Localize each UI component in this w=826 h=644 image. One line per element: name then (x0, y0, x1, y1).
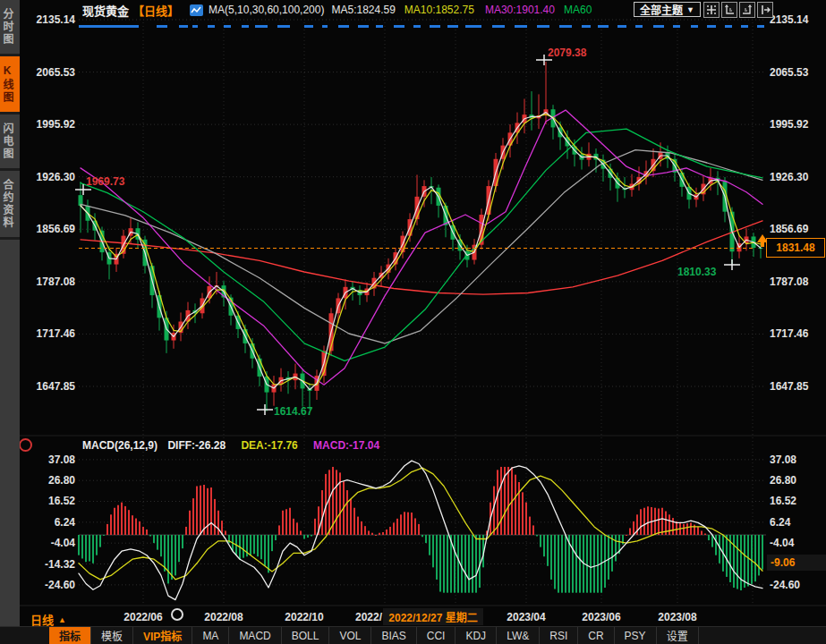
ma-lines-layer (81, 110, 762, 390)
chart-icon (190, 4, 203, 16)
tab-macd[interactable]: MACD (229, 627, 281, 644)
macd-histogram-layer (78, 467, 763, 593)
ma10-value: MA10:1852.75 (404, 4, 474, 16)
ma-group-label: MA(5,10,30,60,100,200) (209, 4, 324, 16)
tab-indicator[interactable]: 指标 (49, 627, 91, 644)
macd-dea-value: DEA:-17.76 (241, 439, 297, 452)
tab-cci[interactable]: CCI (417, 627, 456, 644)
tab-template[interactable]: 模板 (91, 627, 133, 644)
pan-move-icon[interactable] (703, 2, 720, 18)
grid-layer (20, 20, 826, 606)
theme-dropdown-button[interactable]: 全部主题▼ (634, 2, 701, 17)
sidebar-item-lightning-chart[interactable]: 闪电图 (0, 114, 20, 171)
shift-right-icon[interactable] (757, 2, 773, 18)
ma60-value: MA60 (564, 4, 592, 16)
macd-diff-value: DIFF:-26.28 (167, 439, 226, 452)
period-tag: 【日线】 (132, 2, 179, 19)
tab-rsi[interactable]: RSI (540, 627, 578, 644)
macd-title: MACD(26,12,9) (82, 439, 158, 452)
ma5-value: MA5:1824.59 (331, 4, 395, 16)
cursor-date-tag: 2022/12/27 星期二 (383, 608, 483, 625)
macd-lines-layer (79, 461, 762, 600)
indicator-toolbar: 指标 模板 VIP指标 MA MACD BOLL VOL BIAS CCI KD… (0, 626, 826, 644)
news-marker-layer (79, 25, 764, 28)
tab-kdj[interactable]: KDJ (456, 627, 497, 644)
cursor-macd-value-tag: -9.06 (767, 555, 826, 571)
chart-canvas[interactable] (0, 0, 826, 644)
macd-macd-value: MACD:-17.04 (313, 439, 379, 452)
tab-vip-indicator[interactable]: VIP指标 (133, 627, 192, 644)
macd-panel-marker-icon[interactable] (19, 438, 32, 452)
tab-settings[interactable]: 设置 (657, 627, 699, 644)
chevron-down-icon: ▼ (686, 5, 694, 14)
tab-ma[interactable]: MA (192, 627, 229, 644)
sidebar-item-time-chart[interactable]: 分时图 (0, 0, 20, 56)
timeline-event-marker[interactable] (171, 608, 183, 621)
tab-vol[interactable]: VOL (329, 627, 371, 644)
tab-lw[interactable]: LW& (497, 627, 540, 644)
sidebar-item-kline-chart[interactable]: K线图 (0, 56, 20, 114)
tab-boll[interactable]: BOLL (282, 627, 330, 644)
sidebar-item-contract-info[interactable]: 合约资料 (0, 171, 20, 240)
ma30-value: MA30:1901.40 (485, 4, 555, 16)
header-toolbar (703, 2, 773, 18)
axis-scale-right-icon[interactable] (739, 2, 755, 18)
latest-price-tag: 1831.48 (766, 238, 825, 258)
axis-scale-left-icon[interactable] (721, 2, 737, 18)
triangle-up-icon: ▲ (58, 615, 66, 624)
symbol-name: 现货黄金 (82, 2, 129, 19)
tab-cr[interactable]: CR (578, 627, 614, 644)
left-sidebar: 分时图 K线图 闪电图 合约资料 (0, 0, 20, 626)
tab-bias[interactable]: BIAS (371, 627, 416, 644)
tab-psy[interactable]: PSY (615, 627, 657, 644)
macd-legend: MACD(26,12,9) DIFF:-26.28 DEA:-17.76 MAC… (82, 439, 379, 452)
